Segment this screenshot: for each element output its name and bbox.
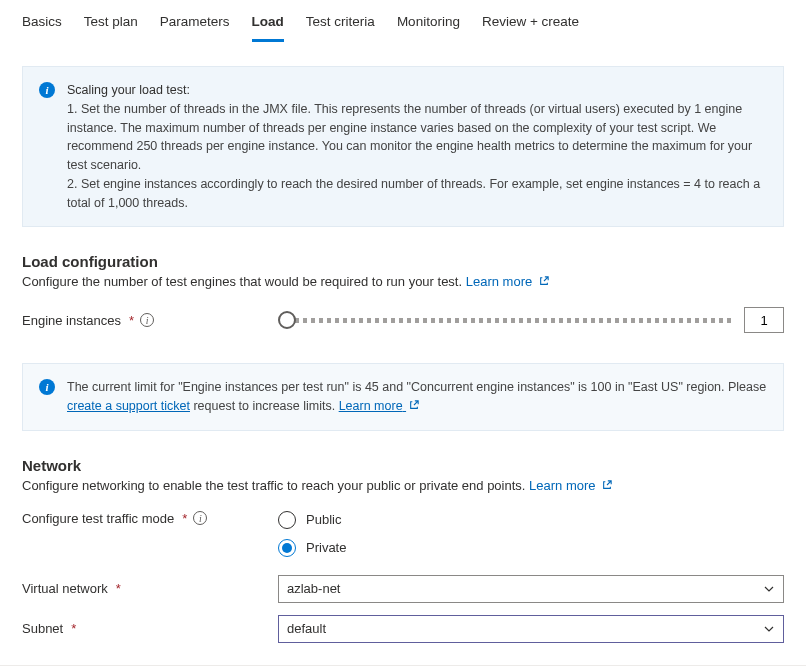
help-icon[interactable]: i bbox=[193, 511, 207, 525]
load-config-heading: Load configuration bbox=[22, 253, 784, 270]
tab-parameters[interactable]: Parameters bbox=[160, 14, 230, 42]
tab-test-criteria[interactable]: Test criteria bbox=[306, 14, 375, 42]
tab-load[interactable]: Load bbox=[252, 14, 284, 42]
network-heading: Network bbox=[22, 457, 784, 474]
chevron-down-icon bbox=[763, 623, 775, 635]
tab-strip: Basics Test plan Parameters Load Test cr… bbox=[22, 0, 784, 42]
subnet-row: Subnet* default bbox=[22, 615, 784, 643]
required-asterisk: * bbox=[182, 511, 187, 526]
engine-instances-input[interactable] bbox=[744, 307, 784, 333]
subnet-select[interactable]: default bbox=[278, 615, 784, 643]
vnet-select[interactable]: azlab-net bbox=[278, 575, 784, 603]
engine-instances-slider[interactable] bbox=[278, 310, 732, 330]
tab-monitoring[interactable]: Monitoring bbox=[397, 14, 460, 42]
subnet-label: Subnet* bbox=[22, 621, 278, 636]
load-config-learn-more-link[interactable]: Learn more bbox=[466, 274, 549, 289]
network-desc: Configure networking to enable the test … bbox=[22, 478, 784, 493]
limit-text-post: request to increase limits. bbox=[190, 399, 339, 413]
scaling-info-box: i Scaling your load test: 1. Set the num… bbox=[22, 66, 784, 227]
required-asterisk: * bbox=[129, 313, 134, 328]
chevron-down-icon bbox=[763, 583, 775, 595]
tab-test-plan[interactable]: Test plan bbox=[84, 14, 138, 42]
tab-basics[interactable]: Basics bbox=[22, 14, 62, 42]
tab-review[interactable]: Review + create bbox=[482, 14, 579, 42]
radio-icon bbox=[278, 511, 296, 529]
engine-instances-label: Engine instances* i bbox=[22, 313, 278, 328]
create-support-ticket-link[interactable]: create a support ticket bbox=[67, 399, 190, 413]
scaling-info-line2: 2. Set engine instances accordingly to r… bbox=[67, 175, 767, 213]
limit-learn-more-link[interactable]: Learn more bbox=[339, 399, 419, 413]
radio-icon bbox=[278, 539, 296, 557]
subnet-select-value: default bbox=[287, 621, 326, 636]
vnet-select-value: azlab-net bbox=[287, 581, 340, 596]
scaling-info-body: Scaling your load test: 1. Set the numbe… bbox=[67, 81, 767, 212]
traffic-mode-radio-public[interactable]: Public bbox=[278, 511, 346, 529]
required-asterisk: * bbox=[71, 621, 76, 636]
load-config-desc-text: Configure the number of test engines tha… bbox=[22, 274, 466, 289]
scaling-info-line1: 1. Set the number of threads in the JMX … bbox=[67, 100, 767, 175]
network-learn-more-link[interactable]: Learn more bbox=[529, 478, 612, 493]
help-icon[interactable]: i bbox=[140, 313, 154, 327]
limit-info-body: The current limit for "Engine instances … bbox=[67, 378, 767, 416]
required-asterisk: * bbox=[116, 581, 121, 596]
traffic-mode-row: Configure test traffic mode* i Public Pr… bbox=[22, 511, 784, 557]
info-icon: i bbox=[39, 379, 55, 395]
scaling-info-title: Scaling your load test: bbox=[67, 81, 767, 100]
limit-info-box: i The current limit for "Engine instance… bbox=[22, 363, 784, 431]
radio-label-private: Private bbox=[306, 540, 346, 555]
vnet-label: Virtual network* bbox=[22, 581, 278, 596]
load-config-desc: Configure the number of test engines tha… bbox=[22, 274, 784, 289]
limit-text-pre: The current limit for "Engine instances … bbox=[67, 380, 766, 394]
network-desc-text: Configure networking to enable the test … bbox=[22, 478, 529, 493]
traffic-mode-radio-private[interactable]: Private bbox=[278, 539, 346, 557]
external-link-icon bbox=[409, 400, 419, 410]
traffic-mode-label: Configure test traffic mode* i bbox=[22, 511, 278, 526]
external-link-icon bbox=[602, 480, 612, 490]
footer-bar: Previous Next Review + create bbox=[0, 665, 806, 669]
radio-label-public: Public bbox=[306, 512, 341, 527]
vnet-row: Virtual network* azlab-net bbox=[22, 575, 784, 603]
info-icon: i bbox=[39, 82, 55, 98]
external-link-icon bbox=[539, 276, 549, 286]
slider-thumb[interactable] bbox=[278, 311, 296, 329]
engine-instances-row: Engine instances* i bbox=[22, 307, 784, 333]
